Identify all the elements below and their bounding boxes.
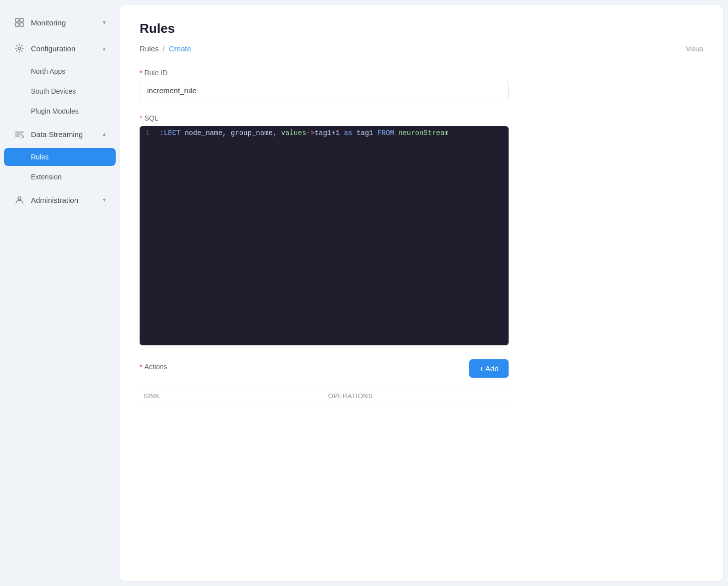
table-header: Sink Operations — [140, 386, 509, 406]
line-number-1: 1 — [140, 128, 160, 138]
sidebar-item-north-apps[interactable]: North Apps — [4, 62, 116, 80]
sidebar-item-extension-label: Extension — [31, 173, 61, 181]
code-line-1: 1 :LECT node_name, group_name, values->t… — [140, 126, 509, 140]
svg-point-5 — [18, 197, 21, 200]
sidebar-item-rules[interactable]: Rules — [4, 148, 116, 166]
sidebar-item-administration-label: Administration — [31, 196, 97, 204]
rule-id-label: * Rule ID — [140, 69, 703, 77]
sidebar-item-north-apps-label: North Apps — [31, 67, 65, 75]
sidebar-item-administration[interactable]: Administration ▾ — [4, 188, 116, 211]
actions-required-star: * — [140, 363, 142, 371]
sql-section: * SQL 1 :LECT node_name, group_name, val… — [140, 114, 703, 345]
rule-id-input[interactable] — [140, 81, 509, 100]
sidebar-item-south-devices[interactable]: South Devices — [4, 82, 116, 100]
sql-required-star: * — [140, 114, 142, 122]
svg-rect-1 — [20, 18, 23, 22]
sidebar-item-configuration-label: Configuration — [31, 44, 97, 53]
sidebar-item-plugin-modules-label: Plugin Modules — [31, 107, 79, 115]
administration-icon — [14, 194, 25, 205]
sidebar-item-monitoring[interactable]: Monitoring ▾ — [4, 11, 116, 34]
breadcrumb-create: Create — [169, 44, 191, 53]
breadcrumb-rules-link[interactable]: Rules — [140, 44, 159, 53]
actions-label: * Actions — [140, 363, 167, 371]
rule-id-required-star: * — [140, 69, 142, 77]
table-col-operations: Operations — [324, 392, 509, 400]
administration-chevron: ▾ — [103, 196, 106, 203]
svg-rect-3 — [20, 23, 23, 26]
main-content: Rules Rules / Create Visua * Rule ID * S… — [120, 5, 723, 581]
actions-header: * Actions + Add — [140, 359, 509, 378]
table-col-sink: Sink — [140, 392, 324, 400]
sidebar-item-south-devices-label: South Devices — [31, 87, 76, 95]
page-title: Rules — [140, 21, 703, 36]
add-button[interactable]: + Add — [469, 359, 509, 378]
monitoring-icon — [14, 17, 25, 28]
breadcrumb: Rules / Create Visua — [140, 44, 703, 53]
sidebar-item-monitoring-label: Monitoring — [31, 18, 97, 27]
sidebar-item-extension[interactable]: Extension — [4, 168, 116, 186]
rule-id-section: * Rule ID — [140, 69, 703, 100]
sidebar-item-configuration[interactable]: Configuration ▴ — [4, 37, 116, 60]
code-content-1: :LECT node_name, group_name, values->tag… — [160, 128, 449, 138]
sql-label: * SQL — [140, 114, 703, 122]
data-streaming-icon — [14, 129, 25, 140]
configuration-chevron: ▴ — [103, 45, 106, 52]
svg-rect-2 — [15, 23, 19, 26]
sidebar-item-rules-label: Rules — [31, 153, 49, 161]
configuration-icon — [14, 43, 25, 54]
data-streaming-chevron: ▴ — [103, 131, 106, 138]
sidebar-item-data-streaming[interactable]: Data Streaming ▴ — [4, 123, 116, 146]
monitoring-chevron: ▾ — [103, 19, 106, 26]
sql-code-editor[interactable]: 1 :LECT node_name, group_name, values->t… — [140, 126, 509, 345]
sidebar: Monitoring ▾ Configuration ▴ North Apps … — [0, 0, 120, 586]
svg-rect-0 — [15, 18, 19, 22]
actions-section: * Actions + Add Sink Operations — [140, 359, 703, 406]
breadcrumb-separator: / — [163, 44, 165, 53]
sidebar-item-data-streaming-label: Data Streaming — [31, 130, 97, 139]
breadcrumb-visual[interactable]: Visua — [686, 45, 703, 53]
sidebar-item-plugin-modules[interactable]: Plugin Modules — [4, 102, 116, 120]
svg-point-4 — [18, 47, 21, 50]
